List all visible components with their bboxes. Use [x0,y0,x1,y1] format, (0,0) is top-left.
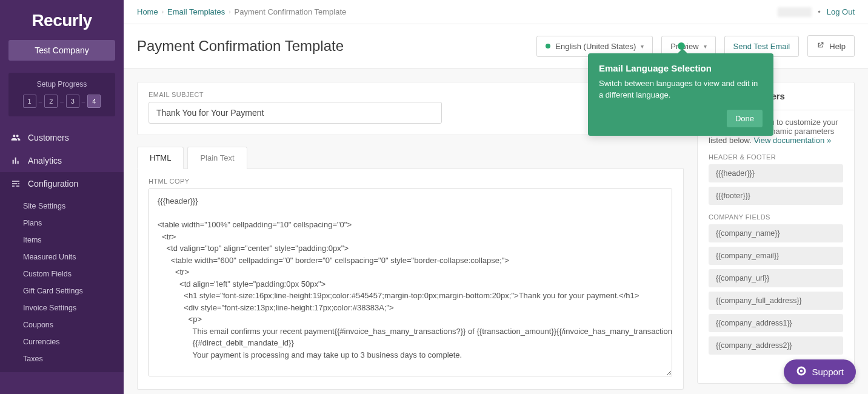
subnav-taxes[interactable]: Taxes [0,350,124,367]
param-chip-company-full-address[interactable]: {{company_full_address}} [709,292,843,310]
sidebar: Recurly Test Company Setup Progress 1 – … [0,0,124,394]
external-link-icon [816,41,824,51]
chevron-down-icon: ▾ [704,43,707,50]
parameters-body: Recurly allows you to customize your ema… [698,110,854,383]
breadcrumb-templates[interactable]: Email Templates [167,7,225,16]
breadcrumb-current: Payment Confirmation Template [235,7,347,16]
subnav-currencies[interactable]: Currencies [0,333,124,350]
send-test-label: Send Test Email [733,42,790,51]
view-documentation-link[interactable]: View documentation » [753,136,831,145]
setup-step-4[interactable]: 4 [87,95,101,108]
param-chip-company-address2[interactable]: {{company_address2}} [709,336,843,355]
tab-html[interactable]: HTML [137,147,184,169]
language-callout: Email Language Selection Switch between … [588,53,773,136]
param-chip-header[interactable]: {{{header}}} [709,164,843,182]
param-chip-footer[interactable]: {{{footer}}} [709,187,843,205]
editor-tabs: HTML Plain Text [137,146,684,169]
setup-progress-title: Setup Progress [15,80,109,88]
dot-sep: • [818,7,821,16]
brand-logo: Recurly [0,0,124,35]
html-copy-textarea[interactable] [149,189,672,376]
subnav-measured-units[interactable]: Measured Units [0,249,124,265]
topbar: Home › Email Templates › Payment Confirm… [124,0,868,24]
nav-configuration[interactable]: Configuration [0,172,124,195]
subnav-items[interactable]: Items [0,232,124,249]
setup-progress-card: Setup Progress 1 – 2 – 3 – 4 [8,73,115,116]
bar-chart-icon [11,156,21,165]
callout-done-button[interactable]: Done [727,110,763,127]
support-label: Support [812,367,844,377]
help-button[interactable]: Help [807,35,855,57]
nav-analytics[interactable]: Analytics [0,149,124,172]
nav-label: Configuration [28,179,78,189]
step-sep: – [60,98,64,105]
life-ring-icon [796,366,807,378]
support-button[interactable]: Support [784,359,856,384]
param-chip-company-name[interactable]: {{company_name}} [709,224,843,242]
sliders-icon [11,179,21,189]
top-right: • Log Out [778,7,855,17]
logout-link[interactable]: Log Out [827,7,855,16]
status-dot-icon [546,44,550,48]
chevron-down-icon: ▾ [641,43,644,50]
editor-label: HTML COPY [149,178,672,185]
callout-title: Email Language Selection [599,63,763,73]
callout-body: Switch between languages to view and edi… [599,78,763,101]
setup-step-3[interactable]: 3 [66,95,79,108]
param-group-header-footer: HEADER & FOOTER [709,153,843,161]
setup-steps: 1 – 2 – 3 – 4 [15,95,109,108]
subnav-invoice-settings[interactable]: Invoice Settings [0,299,124,316]
main: Home › Email Templates › Payment Confirm… [124,0,868,394]
subnav-coupons[interactable]: Coupons [0,316,124,333]
nav-customers[interactable]: Customers [0,126,124,149]
breadcrumb-home[interactable]: Home [137,7,158,16]
setup-step-2[interactable]: 2 [44,95,58,108]
step-sep: – [82,98,85,105]
company-selector[interactable]: Test Company [8,40,115,61]
step-sep: – [39,98,42,105]
subnav-plans[interactable]: Plans [0,215,124,232]
nav-label: Customers [28,133,69,142]
subnav-custom-fields[interactable]: Custom Fields [0,265,124,282]
language-label: English (United States) [555,42,636,51]
subnav-site-settings[interactable]: Site Settings [0,198,124,215]
nav-label: Analytics [28,156,62,165]
param-chip-company-url[interactable]: {{company_url}} [709,269,843,287]
people-icon [11,133,21,142]
config-subnav: Site Settings Plans Items Measured Units… [0,195,124,372]
subnav-gift-card-settings[interactable]: Gift Card Settings [0,282,124,299]
param-chip-company-email[interactable]: {{company_email}} [709,247,843,265]
help-label: Help [829,42,846,51]
titlebar: Payment Confirmation Template English (U… [124,24,868,68]
param-group-company: COMPANY FIELDS [709,213,843,221]
page-title: Payment Confirmation Template [137,38,344,55]
chevron-right-icon: › [229,8,230,15]
editor-panel: HTML COPY [137,169,684,390]
editor-tabs-wrapper: HTML Plain Text HTML COPY [137,146,684,390]
tab-plain-text[interactable]: Plain Text [187,147,247,169]
setup-step-1[interactable]: 1 [23,95,36,108]
chevron-right-icon: › [162,8,164,15]
param-chip-company-address1[interactable]: {{company_address1}} [709,314,843,332]
user-name-blurred [778,7,812,17]
subject-input[interactable] [149,102,442,124]
breadcrumb: Home › Email Templates › Payment Confirm… [137,7,346,16]
